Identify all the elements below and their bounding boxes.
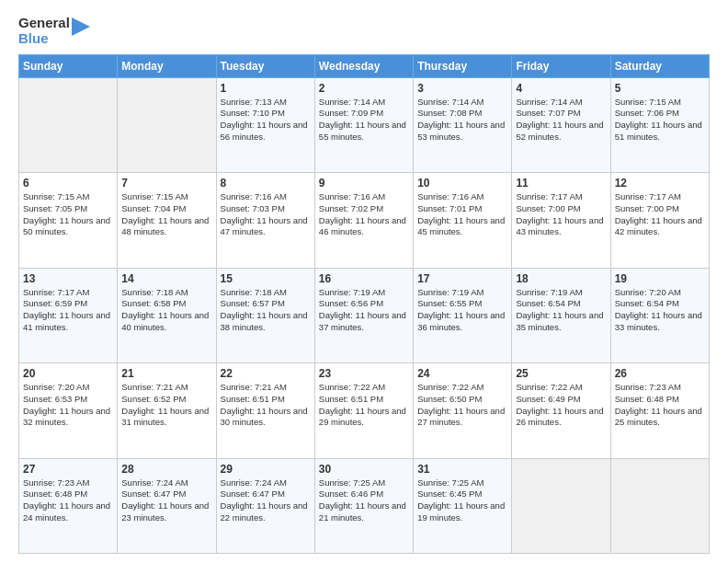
logo-blue: Blue (18, 30, 70, 46)
day-number: 16 (319, 272, 409, 285)
weekday-header-thursday: Thursday (414, 54, 512, 77)
day-info: Sunrise: 7:19 AM Sunset: 6:56 PM Dayligh… (319, 287, 409, 334)
calendar-week-row: 13Sunrise: 7:17 AM Sunset: 6:59 PM Dayli… (19, 268, 710, 363)
calendar-cell: 9Sunrise: 7:16 AM Sunset: 7:02 PM Daylig… (314, 173, 413, 269)
day-number: 28 (121, 463, 211, 476)
calendar-cell: 20Sunrise: 7:20 AM Sunset: 6:53 PM Dayli… (19, 363, 118, 459)
day-number: 29 (221, 463, 311, 476)
day-number: 26 (615, 367, 705, 380)
weekday-header-row: SundayMondayTuesdayWednesdayThursdayFrid… (19, 54, 710, 77)
day-number: 19 (615, 272, 705, 285)
calendar-cell (118, 77, 216, 173)
day-number: 24 (417, 367, 507, 380)
calendar-cell: 15Sunrise: 7:18 AM Sunset: 6:57 PM Dayli… (216, 268, 314, 363)
day-number: 13 (23, 272, 113, 285)
weekday-header-tuesday: Tuesday (216, 54, 314, 77)
day-info: Sunrise: 7:19 AM Sunset: 6:55 PM Dayligh… (417, 287, 507, 334)
calendar-week-row: 1Sunrise: 7:13 AM Sunset: 7:10 PM Daylig… (19, 77, 710, 173)
day-info: Sunrise: 7:21 AM Sunset: 6:52 PM Dayligh… (121, 382, 211, 429)
calendar-body: 1Sunrise: 7:13 AM Sunset: 7:10 PM Daylig… (19, 77, 710, 554)
calendar-table: SundayMondayTuesdayWednesdayThursdayFrid… (18, 54, 710, 555)
page: General Blue SundayMondayTuesdayWednesda… (0, 0, 728, 563)
day-number: 3 (417, 82, 507, 95)
logo-triangle-icon (72, 17, 90, 43)
day-info: Sunrise: 7:23 AM Sunset: 6:48 PM Dayligh… (23, 477, 113, 524)
header: General Blue (18, 15, 710, 47)
day-number: 14 (121, 272, 211, 285)
calendar-cell: 30Sunrise: 7:25 AM Sunset: 6:46 PM Dayli… (314, 458, 413, 554)
calendar-cell: 24Sunrise: 7:22 AM Sunset: 6:50 PM Dayli… (414, 363, 512, 459)
day-number: 27 (23, 463, 113, 476)
calendar-cell: 16Sunrise: 7:19 AM Sunset: 6:56 PM Dayli… (314, 268, 413, 363)
day-info: Sunrise: 7:23 AM Sunset: 6:48 PM Dayligh… (615, 382, 705, 429)
calendar-cell (512, 458, 610, 554)
calendar-cell: 21Sunrise: 7:21 AM Sunset: 6:52 PM Dayli… (118, 363, 216, 459)
weekday-header-friday: Friday (512, 54, 610, 77)
calendar-week-row: 6Sunrise: 7:15 AM Sunset: 7:05 PM Daylig… (19, 173, 710, 269)
day-info: Sunrise: 7:21 AM Sunset: 6:51 PM Dayligh… (221, 382, 311, 429)
day-info: Sunrise: 7:20 AM Sunset: 6:53 PM Dayligh… (23, 382, 113, 429)
day-number: 20 (23, 367, 113, 380)
calendar-cell: 27Sunrise: 7:23 AM Sunset: 6:48 PM Dayli… (19, 458, 118, 554)
calendar-week-row: 27Sunrise: 7:23 AM Sunset: 6:48 PM Dayli… (19, 458, 710, 554)
calendar-cell: 12Sunrise: 7:17 AM Sunset: 7:00 PM Dayli… (610, 173, 709, 269)
day-info: Sunrise: 7:16 AM Sunset: 7:01 PM Dayligh… (417, 191, 507, 238)
day-number: 15 (221, 272, 311, 285)
day-info: Sunrise: 7:16 AM Sunset: 7:03 PM Dayligh… (221, 191, 311, 238)
day-number: 6 (23, 177, 113, 190)
day-info: Sunrise: 7:17 AM Sunset: 7:00 PM Dayligh… (516, 191, 606, 238)
day-info: Sunrise: 7:22 AM Sunset: 6:49 PM Dayligh… (516, 382, 606, 429)
weekday-header-monday: Monday (118, 54, 216, 77)
day-number: 11 (516, 177, 606, 190)
day-info: Sunrise: 7:20 AM Sunset: 6:54 PM Dayligh… (615, 287, 705, 334)
calendar-cell: 2Sunrise: 7:14 AM Sunset: 7:09 PM Daylig… (314, 77, 413, 173)
svg-marker-0 (72, 17, 90, 36)
logo-wordmark: General Blue (18, 15, 90, 47)
day-number: 9 (319, 177, 409, 190)
day-info: Sunrise: 7:25 AM Sunset: 6:46 PM Dayligh… (319, 477, 409, 524)
day-info: Sunrise: 7:15 AM Sunset: 7:06 PM Dayligh… (615, 97, 705, 144)
day-info: Sunrise: 7:24 AM Sunset: 6:47 PM Dayligh… (221, 477, 311, 524)
logo: General Blue (18, 15, 90, 47)
weekday-header-saturday: Saturday (610, 54, 709, 77)
day-info: Sunrise: 7:15 AM Sunset: 7:05 PM Dayligh… (23, 191, 113, 238)
day-number: 10 (417, 177, 507, 190)
day-number: 21 (121, 367, 211, 380)
day-number: 7 (121, 177, 211, 190)
day-info: Sunrise: 7:18 AM Sunset: 6:58 PM Dayligh… (121, 287, 211, 334)
day-info: Sunrise: 7:25 AM Sunset: 6:45 PM Dayligh… (417, 477, 507, 524)
day-info: Sunrise: 7:24 AM Sunset: 6:47 PM Dayligh… (121, 477, 211, 524)
calendar-cell: 25Sunrise: 7:22 AM Sunset: 6:49 PM Dayli… (512, 363, 610, 459)
day-number: 30 (319, 463, 409, 476)
calendar-cell (610, 458, 709, 554)
day-number: 5 (615, 82, 705, 95)
day-info: Sunrise: 7:22 AM Sunset: 6:51 PM Dayligh… (319, 382, 409, 429)
calendar-cell: 29Sunrise: 7:24 AM Sunset: 6:47 PM Dayli… (216, 458, 314, 554)
calendar-cell: 19Sunrise: 7:20 AM Sunset: 6:54 PM Dayli… (610, 268, 709, 363)
day-number: 12 (615, 177, 705, 190)
calendar-cell: 5Sunrise: 7:15 AM Sunset: 7:06 PM Daylig… (610, 77, 709, 173)
calendar-cell: 6Sunrise: 7:15 AM Sunset: 7:05 PM Daylig… (19, 173, 118, 269)
day-info: Sunrise: 7:15 AM Sunset: 7:04 PM Dayligh… (121, 191, 211, 238)
day-info: Sunrise: 7:18 AM Sunset: 6:57 PM Dayligh… (221, 287, 311, 334)
day-number: 31 (417, 463, 507, 476)
day-info: Sunrise: 7:14 AM Sunset: 7:09 PM Dayligh… (319, 97, 409, 144)
calendar-cell: 11Sunrise: 7:17 AM Sunset: 7:00 PM Dayli… (512, 173, 610, 269)
calendar-cell: 4Sunrise: 7:14 AM Sunset: 7:07 PM Daylig… (512, 77, 610, 173)
day-number: 17 (417, 272, 507, 285)
logo-general: General (18, 15, 70, 30)
calendar-cell: 8Sunrise: 7:16 AM Sunset: 7:03 PM Daylig… (216, 173, 314, 269)
calendar-cell: 28Sunrise: 7:24 AM Sunset: 6:47 PM Dayli… (118, 458, 216, 554)
calendar-cell (19, 77, 118, 173)
calendar-cell: 3Sunrise: 7:14 AM Sunset: 7:08 PM Daylig… (414, 77, 512, 173)
calendar-cell: 13Sunrise: 7:17 AM Sunset: 6:59 PM Dayli… (19, 268, 118, 363)
calendar-cell: 23Sunrise: 7:22 AM Sunset: 6:51 PM Dayli… (314, 363, 413, 459)
day-number: 8 (221, 177, 311, 190)
day-info: Sunrise: 7:17 AM Sunset: 7:00 PM Dayligh… (615, 191, 705, 238)
weekday-header-wednesday: Wednesday (314, 54, 413, 77)
day-number: 1 (221, 82, 311, 95)
day-number: 22 (221, 367, 311, 380)
day-info: Sunrise: 7:17 AM Sunset: 6:59 PM Dayligh… (23, 287, 113, 334)
calendar-cell: 10Sunrise: 7:16 AM Sunset: 7:01 PM Dayli… (414, 173, 512, 269)
calendar-cell: 31Sunrise: 7:25 AM Sunset: 6:45 PM Dayli… (414, 458, 512, 554)
